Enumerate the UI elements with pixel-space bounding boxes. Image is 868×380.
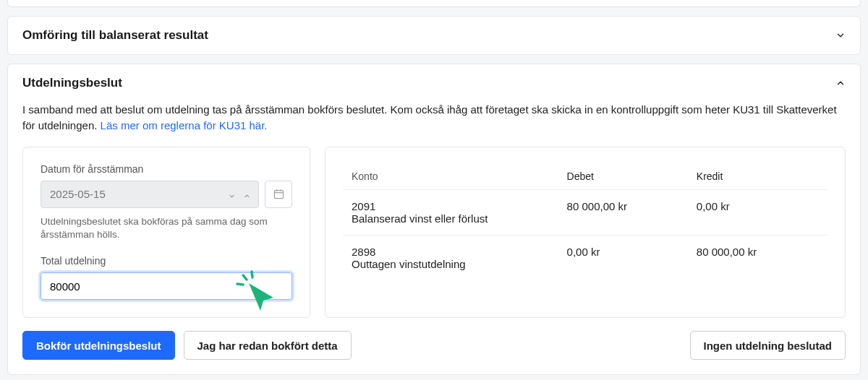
panel-omforing-header[interactable]: Omföring till balanserat resultat [8, 17, 860, 54]
panel-description: I samband med att beslut om utdelning ta… [22, 102, 846, 134]
panel-utdelningsbeslut: Utdelningsbeslut I samband med att beslu… [7, 64, 861, 375]
panel-utdelning-title: Utdelningsbeslut [22, 76, 122, 90]
total-label: Total utdelning [41, 255, 292, 267]
col-debet: Debet [567, 170, 689, 182]
chevron-up-icon [243, 190, 251, 198]
cell-kredit: 80 000,00 kr [697, 246, 819, 258]
date-hint: Utdelningsbeslutet ska bokföras på samma… [41, 215, 292, 243]
cell-debet: 80 000,00 kr [567, 200, 689, 212]
chevron-down-icon [835, 30, 846, 40]
acct-name: Outtagen vinstutdelning [352, 258, 560, 270]
panel-omforing-title: Omföring till balanserat resultat [22, 28, 208, 43]
acct-name: Balanserad vinst eller förlust [352, 212, 560, 225]
chevron-up-icon [835, 78, 846, 88]
svg-rect-0 [274, 191, 283, 199]
calendar-button[interactable] [265, 181, 292, 208]
panel-above [7, 0, 861, 7]
panel-omforing: Omföring till balanserat resultat [7, 16, 861, 55]
panel-utdelning-header[interactable]: Utdelningsbeslut [8, 64, 860, 102]
table-row: 2091 Balanserad vinst eller förlust 80 0… [343, 190, 827, 236]
col-kredit: Kredit [697, 170, 819, 182]
table-header: Konto Debet Kredit [343, 163, 827, 190]
date-value: 2025-05-15 [50, 188, 106, 200]
total-input[interactable] [41, 272, 292, 300]
already-booked-button[interactable]: Jag har redan bokfört detta [184, 331, 352, 360]
cell-kredit: 0,00 kr [697, 200, 819, 212]
ku31-link[interactable]: Läs mer om reglerna för KU31 här. [101, 119, 268, 131]
acct-code: 2091 [352, 200, 560, 212]
table-card: Konto Debet Kredit 2091 Balanserad vinst… [325, 147, 846, 319]
form-card: Datum för årsstämman 2025-05-15 [22, 147, 310, 319]
bokfor-button[interactable]: Bokför utdelningsbeslut [22, 331, 175, 360]
no-dividend-button[interactable]: Ingen utdelning beslutad [690, 331, 846, 360]
date-label: Datum för årsstämman [41, 163, 292, 175]
cell-debet: 0,00 kr [567, 246, 689, 258]
table-row: 2898 Outtagen vinstutdelning 0,00 kr 80 … [343, 236, 827, 280]
acct-code: 2898 [352, 246, 560, 258]
chevron-down-icon [228, 190, 236, 198]
col-konto: Konto [352, 170, 560, 182]
button-row: Bokför utdelningsbeslut Jag har redan bo… [22, 331, 846, 360]
date-picker[interactable]: 2025-05-15 [41, 181, 259, 208]
